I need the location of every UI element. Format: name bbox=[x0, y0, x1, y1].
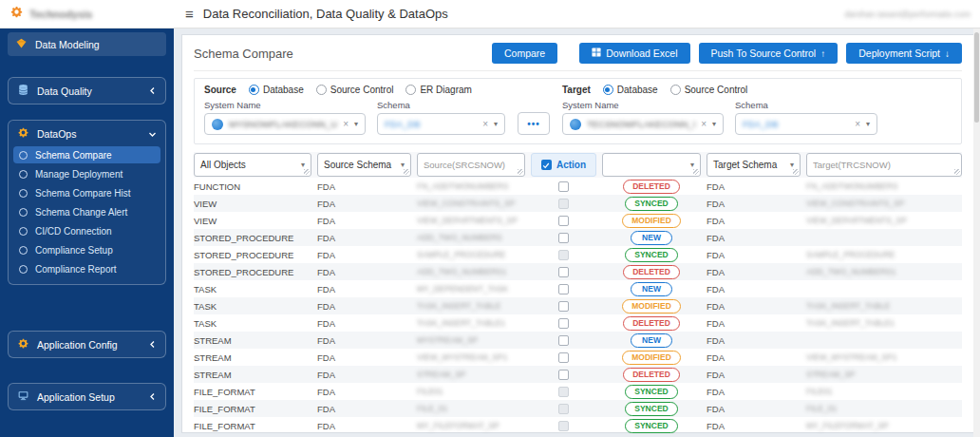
deployment-script-button[interactable]: Deployment Script ↓ bbox=[846, 43, 962, 64]
row-action-checkbox[interactable] bbox=[558, 352, 569, 363]
source-name-filter-input[interactable] bbox=[424, 160, 518, 170]
source-block: Source Database Source Control bbox=[204, 85, 505, 135]
target-name-filter-cell bbox=[806, 153, 962, 177]
hamburger-menu-icon[interactable]: ≡ bbox=[185, 7, 194, 21]
sidebar-group-dataops: DataOps Schema Compare Manage Deployment… bbox=[8, 120, 166, 285]
row-action-checkbox[interactable] bbox=[558, 267, 569, 277]
target-schema-dropdown[interactable]: FDA_DB × ▾ bbox=[735, 113, 877, 135]
source-object-name: VIEW_DEPARTMENTS_SP bbox=[417, 216, 531, 225]
source-object-name: FILE01 bbox=[417, 387, 531, 396]
radio-icon bbox=[405, 85, 416, 95]
status-cell: SYNCED bbox=[602, 197, 707, 211]
source-option-source-control[interactable]: Source Control bbox=[316, 85, 394, 95]
page-title: Schema Compare bbox=[194, 47, 293, 61]
button-label: Deployment Script bbox=[858, 48, 940, 59]
target-schema-filter-dropdown[interactable]: Target Schema ▾ bbox=[707, 153, 801, 177]
content-area: Schema Compare Compare Download Excel Pu… bbox=[174, 28, 980, 437]
row-action-checkbox[interactable] bbox=[558, 421, 569, 431]
row-action-checkbox[interactable] bbox=[558, 387, 569, 397]
target-schema-value: FDA_DB bbox=[743, 119, 849, 129]
select-all-checkbox[interactable] bbox=[541, 160, 552, 170]
chevron-down-icon: ▾ bbox=[790, 161, 794, 169]
target-schema-cell: FDA bbox=[707, 250, 806, 260]
source-object-name: FN_ADDTWONUMBERS bbox=[417, 181, 531, 191]
status-filter-dropdown[interactable]: ▾ bbox=[602, 153, 701, 177]
target-schema-cell: FDA bbox=[707, 404, 806, 414]
radio-circle-icon bbox=[19, 246, 28, 255]
source-schema-cell: FDA bbox=[317, 421, 417, 431]
status-badge: DELETED bbox=[623, 368, 680, 382]
target-system-dropdown[interactable]: TECSNOWFLAKECONN_US × ▾ bbox=[562, 113, 724, 135]
row-action-checkbox[interactable] bbox=[558, 233, 569, 243]
row-action-checkbox[interactable] bbox=[558, 199, 569, 209]
object-type-cell: STREAM bbox=[194, 335, 317, 346]
row-action-checkbox[interactable] bbox=[558, 301, 569, 312]
row-action-checkbox[interactable] bbox=[558, 404, 569, 414]
app-logo[interactable]: Technodysis bbox=[0, 0, 174, 28]
sidebar-item-application-setup[interactable]: Application Setup bbox=[8, 383, 166, 410]
push-to-source-control-button[interactable]: Push To Source Control ↑ bbox=[699, 43, 839, 64]
source-schema-dropdown[interactable]: FDA_DB × ▾ bbox=[377, 113, 505, 135]
sidebar-item-schema-compare-hist[interactable]: Schema Compare Hist bbox=[13, 184, 160, 201]
row-action-checkbox[interactable] bbox=[558, 181, 569, 192]
target-name-filter-input[interactable] bbox=[813, 160, 955, 170]
dropdown-value: Source Schema bbox=[324, 160, 391, 170]
sidebar-item-schema-change-alert[interactable]: Schema Change Alert bbox=[13, 203, 160, 220]
status-badge: DELETED bbox=[623, 316, 680, 331]
source-option-database[interactable]: Database bbox=[249, 85, 304, 95]
sidebar-item-schema-compare[interactable]: Schema Compare bbox=[13, 146, 160, 163]
gear-icon bbox=[17, 337, 29, 352]
source-object-name: ADD_TWO_NUMBERS bbox=[417, 233, 531, 242]
row-action-checkbox[interactable] bbox=[558, 318, 569, 329]
table-row: TASK FDA TASK_INSERT_TABLE MODIFIED FDA … bbox=[194, 297, 962, 314]
row-action-checkbox[interactable] bbox=[558, 216, 569, 226]
scrollbar-thumb[interactable] bbox=[974, 32, 979, 123]
table-row: FILE_FORMAT FDA MY_FILEFORMAT_SP SYNCED … bbox=[194, 417, 962, 434]
sidebar-item-manage-deployment[interactable]: Manage Deployment bbox=[13, 165, 160, 182]
more-options-button[interactable]: ••• bbox=[518, 112, 550, 135]
sidebar-item-dataops[interactable]: DataOps bbox=[9, 121, 165, 146]
chevron-down-icon: ▾ bbox=[690, 161, 694, 169]
clear-icon[interactable]: × bbox=[343, 119, 349, 129]
sidebar-item-cicd-connection[interactable]: CI/CD Connection bbox=[13, 222, 160, 239]
sidebar-item-compliance-setup[interactable]: Compliance Setup bbox=[13, 241, 160, 258]
compare-button[interactable]: Compare bbox=[492, 43, 557, 64]
table-row: STORED_PROCEDURE FDA ADD_TWO_NUMBERS NEW… bbox=[194, 229, 962, 246]
table-row: STREAM FDA VIEW_MYSTREAM_SP1 MODIFIED FD… bbox=[194, 349, 962, 366]
table-row: FILE_FORMAT FDA FILE_01 SYNCED FDA FILE_… bbox=[194, 400, 962, 417]
target-option-source-control[interactable]: Source Control bbox=[670, 85, 748, 95]
status-badge: NEW bbox=[631, 231, 672, 245]
object-type-cell: TASK bbox=[194, 301, 317, 312]
object-type-cell: FILE_FORMAT bbox=[194, 404, 317, 414]
target-option-database[interactable]: Database bbox=[603, 85, 658, 95]
radio-circle-icon bbox=[19, 189, 28, 198]
sidebar-item-compliance-report[interactable]: Compliance Report bbox=[13, 260, 160, 277]
source-schema-filter-dropdown[interactable]: Source Schema ▾ bbox=[317, 153, 411, 177]
source-system-dropdown[interactable]: MYSNOWFLAKECONN_US × ▾ bbox=[204, 113, 366, 135]
chevron-down-icon bbox=[148, 130, 157, 138]
sidebar-item-label: Data Modeling bbox=[35, 39, 100, 50]
top-bar: ≡ Data Reconciliation, Data Quality & Da… bbox=[174, 0, 980, 28]
target-schema-cell: FDA bbox=[707, 421, 806, 431]
objects-filter-dropdown[interactable]: All Objects ▾ bbox=[194, 153, 311, 177]
logo-text: Technodysis bbox=[29, 9, 92, 20]
sidebar-item-data-quality[interactable]: Data Quality bbox=[8, 77, 166, 104]
clear-icon[interactable]: × bbox=[701, 119, 707, 129]
clear-icon[interactable]: × bbox=[855, 119, 860, 129]
clear-icon[interactable]: × bbox=[482, 119, 488, 129]
row-action-checkbox[interactable] bbox=[558, 335, 569, 346]
target-schema-cell: FDA bbox=[707, 387, 806, 397]
sidebar-subitem-label: Schema Compare Hist bbox=[35, 188, 131, 199]
download-excel-button[interactable]: Download Excel bbox=[579, 43, 689, 64]
target-schema-cell: FDA bbox=[707, 181, 806, 192]
row-action-checkbox[interactable] bbox=[558, 284, 569, 294]
sidebar-item-data-modeling[interactable]: Data Modeling bbox=[8, 32, 166, 56]
status-cell: DELETED bbox=[602, 265, 707, 279]
source-option-er-diagram[interactable]: ER Diagram bbox=[405, 85, 471, 95]
action-cell bbox=[531, 370, 602, 380]
row-action-checkbox[interactable] bbox=[558, 250, 569, 260]
table-row: STORED_PROCEDURE FDA SAMPLE_PROCEDURE SY… bbox=[194, 246, 962, 263]
sidebar-item-application-config[interactable]: Application Config bbox=[8, 331, 166, 358]
status-cell: SYNCED bbox=[602, 248, 707, 262]
row-action-checkbox[interactable] bbox=[558, 370, 569, 380]
